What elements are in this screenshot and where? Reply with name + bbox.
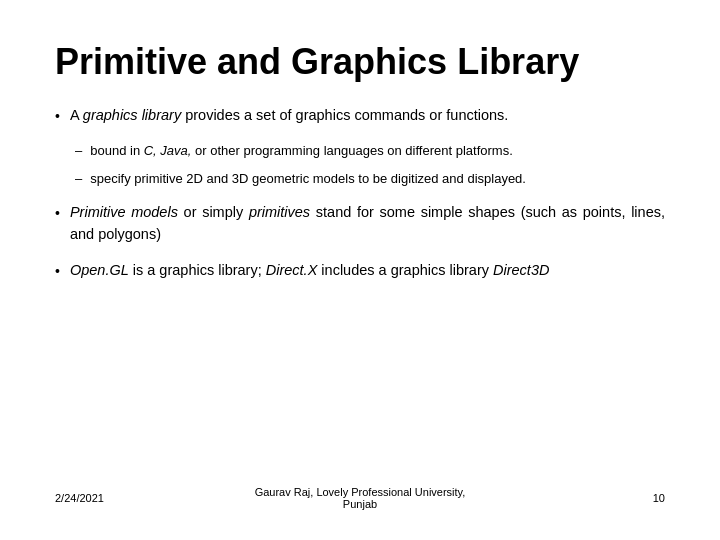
sub-bullet-dash-1: – [75,141,82,161]
footer-page-number: 10 [585,492,665,504]
footer: 2/24/2021 Gaurav Raj, Lovely Professiona… [55,480,665,510]
italic-primitive-models: Primitive models [70,204,178,220]
bullet-text-1: A graphics library provides a set of gra… [70,105,665,127]
bullet-dot-2: • [55,203,60,224]
sub-bullet-item-1: – bound in C, Java, or other programming… [75,141,665,161]
footer-line2: Punjab [135,498,585,510]
footer-line1: Gaurav Raj, Lovely Professional Universi… [135,486,585,498]
italic-directx: Direct.X [266,262,318,278]
sub-bullet-item-2: – specify primitive 2D and 3D geometric … [75,169,665,189]
footer-date: 2/24/2021 [55,492,135,504]
italic-c-java: C, Java, [144,143,192,158]
bullet-dot-3: • [55,261,60,282]
sub-bullet-dash-2: – [75,169,82,189]
bullet-dot-1: • [55,106,60,127]
italic-primitives: primitives [249,204,310,220]
bullet-item-3: • Open.GL is a graphics library; Direct.… [55,260,665,282]
bullet-item-2: • Primitive models or simply primitives … [55,202,665,246]
sub-bullets: – bound in C, Java, or other programming… [75,141,665,188]
footer-attribution: Gaurav Raj, Lovely Professional Universi… [135,486,585,510]
slide: Primitive and Graphics Library • A graph… [0,0,720,540]
bullet-item-1: • A graphics library provides a set of g… [55,105,665,127]
italic-direct3d: Direct3D [493,262,549,278]
italic-opengl: Open.GL [70,262,129,278]
bullet-text-2: Primitive models or simply primitives st… [70,202,665,246]
slide-content: • A graphics library provides a set of g… [55,105,665,470]
sub-bullet-text-1: bound in C, Java, or other programming l… [90,141,665,161]
sub-bullet-text-2: specify primitive 2D and 3D geometric mo… [90,169,665,189]
bullet-text-3: Open.GL is a graphics library; Direct.X … [70,260,665,282]
italic-graphics-library: graphics library [83,107,181,123]
slide-title: Primitive and Graphics Library [55,40,665,83]
